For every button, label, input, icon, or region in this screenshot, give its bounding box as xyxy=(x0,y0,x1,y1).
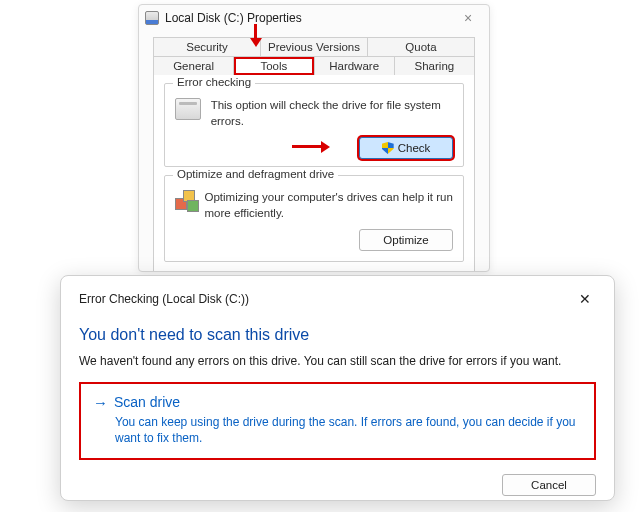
defrag-icon xyxy=(175,190,195,214)
group-row: Optimizing your computer's drives can he… xyxy=(175,190,453,221)
tab-tools[interactable]: Tools xyxy=(233,56,314,75)
group-legend-error-checking: Error checking xyxy=(173,76,255,88)
dialog-footer: Cancel xyxy=(79,474,596,496)
check-button-label: Check xyxy=(398,142,431,154)
tab-quota[interactable]: Quota xyxy=(367,37,475,56)
tabs-row-1: Security Previous Versions Quota xyxy=(153,37,475,56)
error-checking-desc: This option will check the drive for fil… xyxy=(211,98,453,129)
scan-drive-title: Scan drive xyxy=(114,394,180,410)
button-row: Optimize xyxy=(175,229,453,251)
close-icon[interactable]: ✕ xyxy=(574,291,596,307)
properties-window: Local Disk (C:) Properties × Security Pr… xyxy=(138,4,490,272)
drive-icon xyxy=(145,11,159,25)
scan-drive-title-row: → Scan drive xyxy=(93,394,582,410)
errchk-title: Error Checking (Local Disk (C:)) xyxy=(79,292,574,306)
hard-drive-icon xyxy=(175,98,201,120)
arrow-right-icon: → xyxy=(93,395,108,410)
group-legend-optimize: Optimize and defragment drive xyxy=(173,168,338,180)
group-error-checking: Error checking This option will check th… xyxy=(164,83,464,167)
errchk-titlebar: Error Checking (Local Disk (C:)) ✕ xyxy=(79,288,596,310)
optimize-button[interactable]: Optimize xyxy=(359,229,453,251)
errchk-heading: You don't need to scan this drive xyxy=(79,326,596,344)
tab-sharing[interactable]: Sharing xyxy=(394,56,475,75)
tab-previous-versions[interactable]: Previous Versions xyxy=(260,37,368,56)
properties-titlebar: Local Disk (C:) Properties × xyxy=(139,5,489,31)
optimize-desc: Optimizing your computer's drives can he… xyxy=(205,190,453,221)
tab-hardware[interactable]: Hardware xyxy=(314,56,395,75)
tab-general[interactable]: General xyxy=(153,56,234,75)
tabs-body: Error checking This option will check th… xyxy=(153,74,475,272)
tabs-row-2: General Tools Hardware Sharing xyxy=(153,56,475,75)
cancel-button[interactable]: Cancel xyxy=(502,474,596,496)
group-optimize: Optimize and defragment drive Optimizing… xyxy=(164,175,464,262)
group-row: This option will check the drive for fil… xyxy=(175,98,453,129)
scan-drive-option[interactable]: → Scan drive You can keep using the driv… xyxy=(79,382,596,460)
scan-drive-desc: You can keep using the drive during the … xyxy=(93,414,582,446)
check-button[interactable]: Check xyxy=(359,137,453,159)
errchk-body: We haven't found any errors on this driv… xyxy=(79,354,596,368)
tabs-area: Security Previous Versions Quota General… xyxy=(139,31,489,272)
properties-title: Local Disk (C:) Properties xyxy=(165,11,453,25)
tab-security[interactable]: Security xyxy=(153,37,261,56)
shield-icon xyxy=(382,142,394,154)
button-row: Check xyxy=(175,137,453,159)
close-icon[interactable]: × xyxy=(453,10,483,26)
error-checking-dialog: Error Checking (Local Disk (C:)) ✕ You d… xyxy=(60,275,615,501)
